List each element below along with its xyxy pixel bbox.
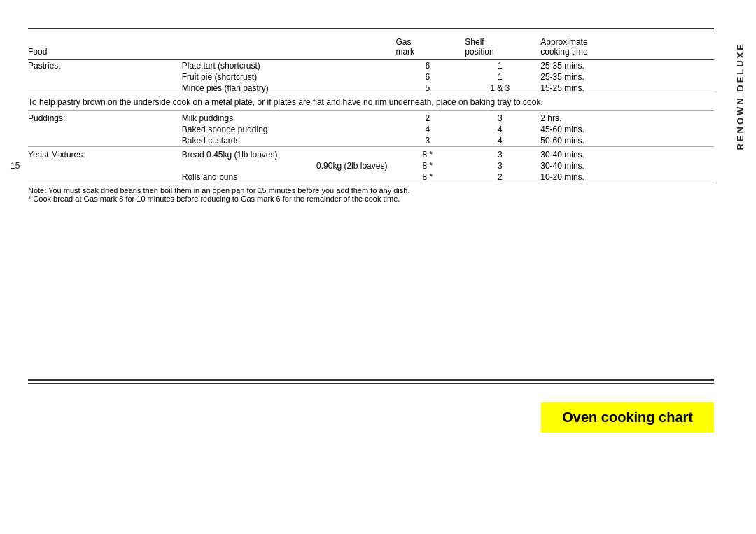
second-border — [28, 31, 714, 31]
col-food-header: Food — [28, 36, 179, 60]
shelf-position-cell: 2 — [462, 171, 538, 183]
bottom-notes-cell: Note: You must soak dried beans then boi… — [28, 183, 714, 204]
side-label: RENOWN DELUXE — [735, 42, 746, 150]
shelf-position-cell: 4 — [462, 135, 538, 147]
gas-mark-cell: 8 * — [393, 171, 462, 183]
bottom-border-area — [28, 379, 714, 384]
category-cell — [28, 171, 179, 183]
bottom-note-line: * Cook bread at Gas mark 8 for 10 minute… — [28, 195, 711, 203]
col-food2-header — [179, 36, 393, 60]
thin-bottom-line — [28, 383, 714, 384]
shelf-position-cell: 3 — [462, 160, 538, 171]
shelf-position-cell: 4 — [462, 124, 538, 135]
shelf-position-cell: 3 — [462, 111, 538, 125]
cooking-table: Food Gas mark Shelf position Approximate… — [28, 36, 714, 204]
section-note-cell: To help pastry brown on the underside co… — [28, 94, 714, 111]
gas-mark-cell: 8 * — [393, 147, 462, 161]
page-number: 15 — [10, 161, 20, 171]
cooking-time-cell: 50-60 mins. — [538, 135, 714, 147]
table-row: Pastries:Plate tart (shortcrust)6125-35 … — [28, 60, 714, 72]
cooking-time-cell: 25-35 mins. — [538, 60, 714, 72]
table-row: Fruit pie (shortcrust)6125-35 mins. — [28, 71, 714, 83]
category-cell: Yeast Mixtures: — [28, 147, 179, 161]
gas-mark-cell: 8 * — [393, 160, 462, 171]
category-cell: Puddings: — [28, 111, 179, 125]
gas-mark-cell: 6 — [393, 60, 462, 72]
cooking-time-cell: 45-60 mins. — [538, 124, 714, 135]
item-name-cell: Fruit pie (shortcrust) — [179, 71, 393, 83]
table-row: Yeast Mixtures:Bread 0.45kg (1lb loaves)… — [28, 147, 714, 161]
gas-mark-cell: 5 — [393, 83, 462, 94]
gas-mark-cell: 4 — [393, 124, 462, 135]
col-shelf-header: Shelf position — [462, 36, 538, 60]
bottom-notes-row: Note: You must soak dried beans then boi… — [28, 183, 714, 204]
cooking-time-cell: 25-35 mins. — [538, 71, 714, 83]
table-row: Baked sponge pudding4445-60 mins. — [28, 124, 714, 135]
item-name-cell: Mince pies (flan pastry) — [179, 83, 393, 94]
item-name-cell: Baked sponge pudding — [179, 124, 393, 135]
cooking-time-cell: 10-20 mins. — [538, 171, 714, 183]
table-row: Baked custards3450-60 mins. — [28, 135, 714, 147]
gas-mark-cell: 2 — [393, 111, 462, 125]
page-container: RENOWN DELUXE 15 Food Gas mark Shelf pos… — [0, 0, 756, 534]
gas-mark-cell: 3 — [393, 135, 462, 147]
table-row: 0.90kg (2lb loaves)8 *330-40 mins. — [28, 160, 714, 171]
col-time-header: Approximate cooking time — [538, 36, 714, 60]
item-name-cell: Rolls and buns — [179, 171, 393, 183]
category-cell — [28, 124, 179, 135]
shelf-position-cell: 3 — [462, 147, 538, 161]
cooking-time-cell: 2 hrs. — [538, 111, 714, 125]
section-note-row: To help pastry brown on the underside co… — [28, 94, 714, 111]
cooking-time-cell: 30-40 mins. — [538, 147, 714, 161]
category-cell — [28, 135, 179, 147]
cooking-time-cell: 30-40 mins. — [538, 160, 714, 171]
item-name-cell: Milk puddings — [179, 111, 393, 125]
table-header-row: Food Gas mark Shelf position Approximate… — [28, 36, 714, 60]
table-row: Puddings:Milk puddings232 hrs. — [28, 111, 714, 125]
item-name-cell: Plate tart (shortcrust) — [179, 60, 393, 72]
category-cell — [28, 83, 179, 94]
item-name-cell: 0.90kg (2lb loaves) — [179, 160, 393, 171]
shelf-position-cell: 1 — [462, 71, 538, 83]
main-content: Food Gas mark Shelf position Approximate… — [28, 28, 714, 204]
thick-bottom-line — [28, 379, 714, 381]
gas-mark-cell: 6 — [393, 71, 462, 83]
item-name-cell: Baked custards — [179, 135, 393, 147]
category-cell — [28, 160, 179, 171]
shelf-position-cell: 1 — [462, 60, 538, 72]
top-border — [28, 28, 714, 29]
category-cell — [28, 71, 179, 83]
shelf-position-cell: 1 & 3 — [462, 83, 538, 94]
bottom-note-line: Note: You must soak dried beans then boi… — [28, 186, 711, 195]
cooking-time-cell: 15-25 mins. — [538, 83, 714, 94]
col-gas-header: Gas mark — [393, 36, 462, 60]
category-cell: Pastries: — [28, 60, 179, 72]
item-name-cell: Bread 0.45kg (1lb loaves) — [179, 147, 393, 161]
oven-chart-label: Oven cooking chart — [541, 402, 714, 433]
table-row: Rolls and buns8 *210-20 mins. — [28, 171, 714, 183]
table-row: Mince pies (flan pastry)51 & 315-25 mins… — [28, 83, 714, 94]
